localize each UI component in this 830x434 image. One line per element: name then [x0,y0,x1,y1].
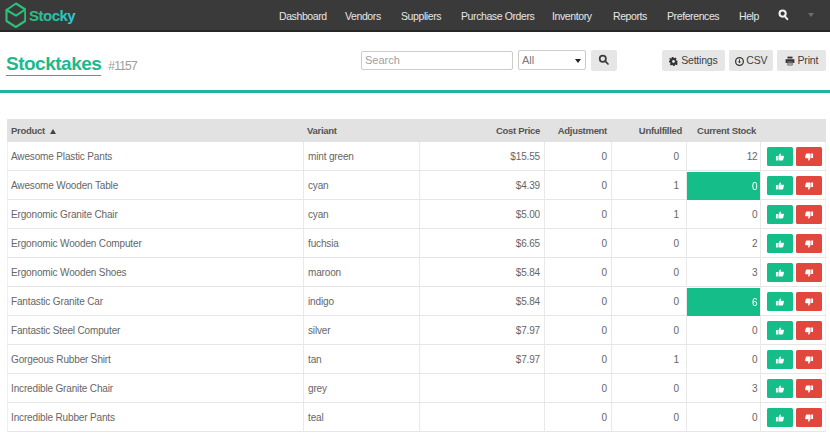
svg-text:Stocky: Stocky [29,7,76,24]
